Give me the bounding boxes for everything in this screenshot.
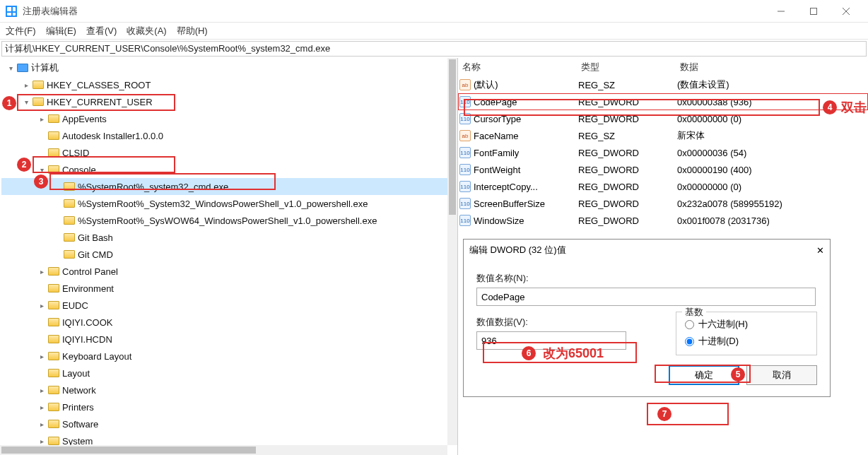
maximize-button[interactable] [797, 0, 830, 23]
chevron-icon[interactable] [37, 266, 47, 276]
tree-item[interactable]: Network [1, 382, 457, 398]
cancel-button[interactable]: 取消 [746, 365, 817, 385]
value-type: REG_DWORD [578, 199, 677, 209]
annotation-badge-3: 3 [34, 175, 48, 189]
minimize-button[interactable] [765, 0, 797, 23]
tree-item-label: HKEY_CLASSES_ROOT [47, 80, 151, 90]
chevron-icon[interactable] [37, 114, 47, 124]
tree-item[interactable]: Autodesk Installer1.0.0.0 [1, 127, 457, 144]
tree-item[interactable]: %SystemRoot%_SysWOW64_WindowsPowerShell_… [1, 212, 457, 229]
tree-item[interactable]: Control Panel [1, 263, 457, 280]
computer-icon [17, 64, 28, 72]
folder-icon [48, 369, 59, 377]
tree-item[interactable]: Git Bash [1, 229, 457, 246]
titlebar: 注册表编辑器 [0, 0, 868, 23]
value-type: REG_SZ [578, 131, 677, 141]
chevron-icon[interactable] [37, 385, 47, 395]
tree-item-label: Software [62, 419, 98, 430]
tree-horizontal-scrollbar[interactable] [0, 445, 447, 455]
value-type: REG_DWORD [578, 148, 677, 158]
chevron-icon[interactable] [37, 351, 47, 361]
chevron-icon[interactable] [37, 300, 47, 310]
list-row[interactable]: 110InterceptCopy...REG_DWORD0x00000000 (… [458, 178, 868, 195]
app-icon [6, 6, 17, 17]
tree-item-label: Git CMD [78, 249, 113, 260]
close-button[interactable] [830, 0, 862, 23]
tree-item[interactable]: HKEY_CLASSES_ROOT [1, 76, 457, 93]
tree-item-label: Environment [62, 283, 114, 294]
address-bar[interactable]: 计算机\HKEY_CURRENT_USER\Console\%SystemRoo… [1, 41, 867, 57]
list-header: 名称 类型 数据 [458, 58, 868, 76]
radio-dec-label: 十进制(D) [698, 335, 739, 348]
annotation-badge-6: 6 [522, 346, 536, 360]
edit-dword-dialog: 编辑 DWORD (32 位)值 ✕ 数值名称(N): 数值数据(V): 基数 … [463, 239, 831, 397]
folder-icon [64, 233, 75, 242]
list-row[interactable]: 110FontFamilyREG_DWORD0x00000036 (54) [458, 144, 868, 161]
list-row[interactable]: abFaceNameREG_SZ新宋体 [458, 127, 868, 144]
window-controls [765, 0, 862, 23]
list-row[interactable]: 110WindowSizeREG_DWORD0x001f0078 (203173… [458, 212, 868, 229]
tree-item[interactable]: Software [1, 415, 457, 432]
menu-view[interactable]: 查看(V) [86, 25, 117, 37]
tree-item-label: Keyboard Layout [62, 351, 131, 362]
chevron-icon[interactable] [6, 63, 16, 73]
tree-item[interactable]: Printers [1, 398, 457, 415]
tree-item-label: 计算机 [31, 61, 59, 74]
radio-dec[interactable]: 十进制(D) [685, 335, 808, 348]
col-header-name[interactable]: 名称 [458, 61, 577, 73]
dialog-titlebar[interactable]: 编辑 DWORD (32 位)值 ✕ [464, 240, 830, 261]
tree-item-label: %SystemRoot%_System32_WindowsPowerShell_… [78, 199, 368, 209]
tree-item[interactable]: Git CMD [1, 246, 457, 263]
list-row[interactable]: 110ScreenBufferSizeREG_DWORD0x232a0078 (… [458, 195, 868, 212]
list-row[interactable]: ab(默认)REG_SZ(数值未设置) [458, 76, 868, 93]
window-title: 注册表编辑器 [23, 5, 765, 18]
radio-hex-input[interactable] [685, 320, 694, 329]
folder-icon [48, 267, 59, 276]
tree-item[interactable]: %SystemRoot%_System32_WindowsPowerShell_… [1, 195, 457, 212]
tree-item-label: Layout [62, 368, 90, 379]
menu-favorites[interactable]: 收藏夹(A) [127, 25, 166, 37]
radio-dec-input[interactable] [685, 337, 694, 346]
tree-item-label: AppEvents [62, 114, 107, 124]
menu-edit[interactable]: 编辑(E) [46, 25, 76, 37]
value-name-input[interactable] [476, 288, 816, 306]
menu-help[interactable]: 帮助(H) [177, 25, 208, 37]
tree-item-label: IQIYI.HCDN [62, 334, 112, 345]
annotation-box-2 [33, 156, 175, 173]
registry-tree[interactable]: 计算机HKEY_CLASSES_ROOTHKEY_CURRENT_USERApp… [0, 58, 457, 455]
col-header-data[interactable]: 数据 [676, 61, 868, 73]
chevron-icon[interactable] [21, 80, 31, 90]
tree-item[interactable]: Environment [1, 280, 457, 297]
value-data: 0x232a0078 (589955192) [677, 199, 868, 209]
radio-hex-label: 十六进制(H) [698, 318, 748, 331]
value-type: REG_DWORD [578, 165, 677, 175]
tree-item-label: IQIYI.COOK [62, 317, 113, 328]
dialog-close-icon[interactable]: ✕ [816, 245, 824, 256]
value-name: FaceName [474, 131, 519, 141]
tree-item-label: Git Bash [78, 232, 113, 243]
tree-panel: 计算机HKEY_CLASSES_ROOTHKEY_CURRENT_USERApp… [0, 58, 458, 455]
tree-item[interactable]: Keyboard Layout [1, 348, 457, 365]
value-data: (数值未设置) [677, 78, 868, 91]
chevron-icon[interactable] [37, 436, 47, 446]
tree-item[interactable]: IQIYI.COOK [1, 314, 457, 331]
folder-icon [48, 335, 59, 343]
list-row[interactable]: 110FontWeightREG_DWORD0x00000190 (400) [458, 161, 868, 178]
dword-value-icon: 110 [459, 147, 471, 158]
value-data: 新宋体 [677, 129, 868, 142]
tree-item[interactable]: Layout [1, 365, 457, 382]
tree-item[interactable]: IQIYI.HCDN [1, 331, 457, 348]
radio-hex[interactable]: 十六进制(H) [685, 318, 808, 331]
folder-icon [64, 199, 75, 208]
menu-file[interactable]: 文件(F) [6, 25, 36, 37]
tree-item[interactable]: EUDC [1, 297, 457, 314]
chevron-icon[interactable] [37, 419, 47, 429]
chevron-icon[interactable] [37, 402, 47, 412]
tree-vertical-scrollbar[interactable] [447, 58, 457, 445]
col-header-type[interactable]: 类型 [577, 61, 676, 73]
svg-rect-1 [811, 8, 817, 14]
tree-item[interactable]: AppEvents [1, 110, 457, 127]
tree-item[interactable]: 计算机 [1, 59, 457, 76]
folder-icon [48, 437, 59, 445]
folder-icon [33, 81, 44, 89]
